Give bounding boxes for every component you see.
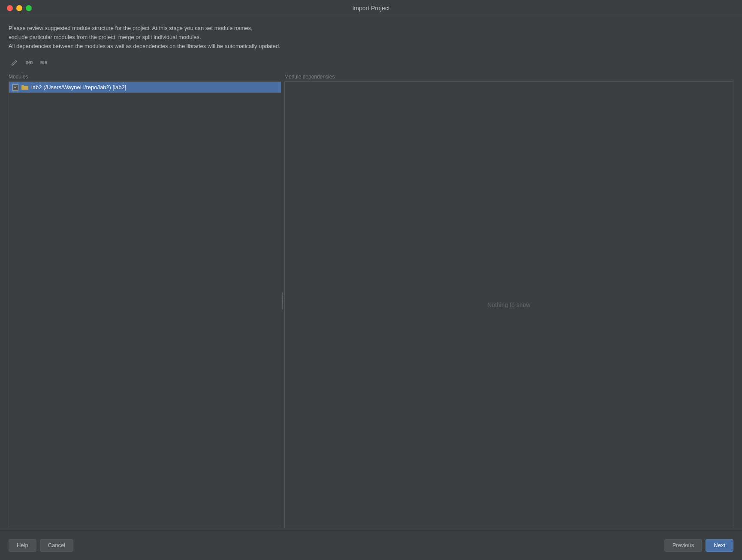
footer-right-buttons: Previous Next bbox=[664, 539, 733, 552]
edit-button[interactable] bbox=[9, 57, 21, 68]
close-button[interactable] bbox=[7, 5, 13, 11]
titlebar: Import Project bbox=[0, 0, 742, 16]
module-item[interactable]: ✓ lab2 (/Users/WayneLi/repo/lab2) [lab2] bbox=[9, 82, 281, 93]
modules-header: Modules bbox=[9, 74, 281, 82]
svg-rect-0 bbox=[26, 61, 28, 64]
panel-divider[interactable] bbox=[281, 74, 284, 528]
module-checkbox[interactable]: ✓ bbox=[12, 84, 18, 90]
help-button[interactable]: Help bbox=[9, 539, 36, 552]
modules-list[interactable]: ✓ lab2 (/Users/WayneLi/repo/lab2) [lab2] bbox=[9, 82, 281, 528]
toolbar bbox=[9, 57, 733, 68]
dependencies-content: Nothing to show bbox=[284, 82, 733, 528]
titlebar-buttons bbox=[7, 5, 32, 11]
cancel-button[interactable]: Cancel bbox=[40, 539, 73, 552]
content-area: Please review suggested module structure… bbox=[0, 16, 742, 528]
divider-handle bbox=[282, 296, 283, 306]
empty-state: Nothing to show bbox=[487, 301, 530, 308]
modules-panel: Modules ✓ lab2 (/Users/WayneLi/repo/lab2… bbox=[9, 74, 281, 528]
window-title: Import Project bbox=[352, 5, 389, 12]
panels: Modules ✓ lab2 (/Users/WayneLi/repo/lab2… bbox=[9, 74, 733, 528]
window: Import Project Please review suggested m… bbox=[0, 0, 742, 560]
dependencies-header: Module dependencies bbox=[284, 74, 733, 82]
footer-left-buttons: Help Cancel bbox=[9, 539, 73, 552]
minimize-button[interactable] bbox=[16, 5, 22, 11]
footer: Help Cancel Previous Next bbox=[0, 530, 742, 560]
split-button[interactable] bbox=[38, 57, 50, 68]
description-text: Please review suggested module structure… bbox=[9, 24, 733, 51]
merge-button[interactable] bbox=[23, 57, 35, 68]
previous-button[interactable]: Previous bbox=[664, 539, 703, 552]
maximize-button[interactable] bbox=[26, 5, 32, 11]
folder-icon bbox=[21, 84, 29, 90]
dependencies-panel: Module dependencies Nothing to show bbox=[284, 74, 733, 528]
module-name: lab2 (/Users/WayneLi/repo/lab2) [lab2] bbox=[31, 84, 126, 90]
next-button[interactable]: Next bbox=[706, 539, 733, 552]
